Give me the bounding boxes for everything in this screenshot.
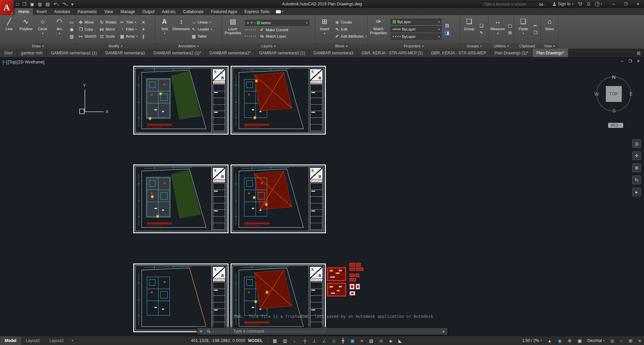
edit-attributes-button[interactable]: ✐Edit Attributes▾ [335, 34, 367, 39]
rotate-button[interactable]: ↻Rotate [99, 20, 116, 25]
annotation-visibility-toggle[interactable]: ◉ [555, 338, 564, 343]
undo-icon[interactable]: ↶▾ [53, 2, 58, 7]
ribbon-tab-insert[interactable]: Insert [33, 8, 50, 15]
viewcube-west[interactable]: W [594, 91, 599, 97]
viewcube-top-face[interactable]: TOP [606, 86, 622, 102]
utilities-panel-title[interactable]: Utilities▾ [489, 43, 514, 49]
wcs-menu[interactable]: WCS▾ [608, 123, 623, 128]
drawing-sheet-2[interactable]: SBRENCANA LANTAI [231, 66, 326, 135]
ribbon-tab-annotate[interactable]: Annotate [50, 8, 74, 15]
search-input[interactable] [484, 2, 537, 6]
properties-palette-launcher[interactable]: ◨ [445, 30, 450, 36]
rectangle-tool-button[interactable]: ▭▾ [69, 20, 76, 25]
qat-menu-icon[interactable]: ▾ [71, 2, 73, 7]
viewcube-south[interactable]: S [612, 108, 615, 113]
model-space-toggle[interactable]: MODEL [245, 338, 265, 343]
mirror-button[interactable]: ⋈Mirror [99, 27, 116, 32]
isometric-drafting-toggle[interactable]: ◇ [329, 338, 339, 343]
ribbon-tab-collaborate[interactable]: Collaborate [179, 8, 207, 15]
quick-calc-button[interactable]: ⊞ [507, 30, 512, 35]
text-button[interactable]: AText▾ [156, 16, 172, 43]
stretch-button[interactable]: ↦Stretch [78, 34, 96, 39]
quick-select-button[interactable]: ▢ [507, 23, 512, 28]
ribbon-tab-manage[interactable]: Manage [117, 8, 139, 15]
file-tab-gambar-sementara2-1[interactable]: GAMBAR sementara2 (1)* [149, 49, 205, 57]
command-close-icon[interactable]: ✕ [197, 329, 205, 334]
object-snap-tracking-toggle[interactable]: ╋ [339, 338, 347, 343]
ribbon-tab-home[interactable]: Home [15, 8, 33, 15]
modify-panel-title[interactable]: Modify▾ [76, 43, 155, 49]
group-button[interactable]: ❑Group [461, 16, 477, 43]
isolate-objects-toggle[interactable]: ◎ [607, 338, 617, 343]
ungroup-button[interactable]: ❏ [479, 23, 484, 28]
create-block-button[interactable]: ⊕Create [335, 20, 367, 25]
transparency-toggle[interactable]: ▨ [366, 338, 376, 343]
layout-tab-model[interactable]: Model [0, 336, 21, 345]
make-current-button[interactable]: ✔Make Current [259, 27, 288, 32]
ribbon-tab-output[interactable]: Output [139, 8, 158, 15]
copy-button[interactable]: ❐Copy [78, 27, 96, 32]
save-as-icon[interactable]: ▥ [38, 2, 42, 7]
orbit-icon[interactable]: ↻ [632, 176, 641, 184]
file-tab-gambar-sementara1-1[interactable]: GAMBAR sementara1 (1) [47, 49, 101, 57]
group-edit-button[interactable]: ✎ [479, 30, 484, 35]
properties-panel-title[interactable]: Properties▾ [367, 43, 460, 49]
layer-dropdown[interactable]: ● ☀ ▪ beton ▾ [245, 20, 309, 26]
erase-button[interactable]: ✕ [141, 20, 146, 25]
search-binoculars-icon[interactable] [539, 2, 543, 6]
dynamic-ucs-toggle[interactable]: ◣ [395, 338, 405, 343]
file-tab-plan-drawings[interactable]: Plan Drawings* [533, 49, 568, 57]
measure-button[interactable]: ↔Measure▾ [490, 16, 506, 43]
object-color-dropdown[interactable]: ByLayer▾ [391, 19, 442, 25]
lineweight-toggle[interactable]: ≡ [357, 338, 366, 343]
line-button[interactable]: ╱Line [1, 16, 17, 43]
file-tab-gambar-sementara1[interactable]: GAMBAR sementara1 [101, 49, 150, 57]
clean-screen-toggle[interactable]: ⊞ [626, 338, 636, 343]
grid-display-toggle[interactable]: ▦ [270, 338, 280, 343]
file-tab-menu-icon[interactable]: ▤ [634, 49, 644, 57]
drawing-canvas[interactable]: [−] [Top] [2D Wireframe] ─ ❐ ✕ Y X SBREN… [0, 57, 644, 336]
close-button[interactable]: ✕ [632, 0, 644, 8]
trim-button[interactable]: ✂Trim▾ [119, 20, 138, 25]
ortho-mode-toggle[interactable]: ⊥ [309, 338, 319, 343]
layout-tab-layout2[interactable]: Layout2 [45, 336, 68, 345]
paste-button[interactable]: ❏Paste▾ [515, 16, 531, 43]
selection-cycling-toggle[interactable]: ⊙ [376, 338, 386, 343]
viewcube[interactable]: N S W E TOP [594, 74, 634, 114]
units-button[interactable]: Decimal▾ [585, 338, 607, 343]
object-snap-toggle[interactable]: ▣ [347, 338, 357, 343]
file-tab-gbr-kerja-str-ars-mep[interactable]: GBR, KERJA - STR-ARS-MEP [427, 49, 491, 57]
layout-tab-new[interactable]: + [68, 336, 77, 345]
doc-close-icon[interactable]: ✕ [637, 59, 640, 63]
linetype-dropdown[interactable]: ByLayer▾ [391, 34, 442, 40]
fillet-button[interactable]: ◝Fillet▾ [119, 27, 138, 32]
viewport-menu-button[interactable]: [−] [3, 60, 7, 64]
customization-toggle[interactable]: ≡ [635, 338, 644, 343]
scale-button[interactable]: ⊡Scale [99, 34, 116, 39]
command-history-icon[interactable]: ▲ [442, 330, 447, 333]
circle-button[interactable]: ○Circle▾ [35, 16, 51, 43]
copy-clip-button[interactable]: ❐ [533, 30, 538, 35]
workspace-switching-toggle[interactable]: ⚙ [564, 338, 575, 343]
file-tab-gbr-kerja-str-ars-mep-1[interactable]: GBR, KERJA - STR-ARS-MEP (1) [358, 49, 427, 57]
base-button[interactable]: ⌂Base [542, 16, 558, 43]
ribbon-tab-add-ins[interactable]: Add-ins [158, 8, 179, 15]
viewcube-east[interactable]: E [630, 91, 633, 97]
graphics-performance-toggle[interactable]: ○ [617, 338, 626, 343]
ribbon-tab-express-tools[interactable]: Express Tools [241, 8, 273, 15]
groups-panel-title[interactable]: Groups▾ [460, 43, 488, 49]
ribbon-tab-featured-apps[interactable]: Featured Apps [207, 8, 241, 15]
navigation-wheel-icon[interactable]: ◎ [632, 139, 641, 148]
match-layer-button[interactable]: ⇆Match Layer [259, 34, 286, 39]
ellipse-tool-button[interactable]: ◉▾ [69, 27, 76, 32]
insert-button[interactable]: ⊞Insert▾ [316, 16, 333, 43]
ribbon-tab-parametric[interactable]: Parametric [74, 8, 101, 15]
new-file-icon[interactable]: □ [16, 2, 19, 7]
ribbon-tab-view[interactable]: View [101, 8, 117, 15]
file-tab-gambar-rmh[interactable]: gambar rmh [17, 49, 47, 57]
redo-icon[interactable]: ↷▾ [62, 2, 67, 7]
file-tab-plan-drawings-1[interactable]: Plan Drawings (1)* [491, 49, 533, 57]
doc-minimize-icon[interactable]: ─ [621, 59, 624, 63]
ribbon-display-toggle[interactable]: ▾ [276, 8, 283, 15]
command-line[interactable]: ✕ Type a command ▲ [197, 328, 448, 335]
